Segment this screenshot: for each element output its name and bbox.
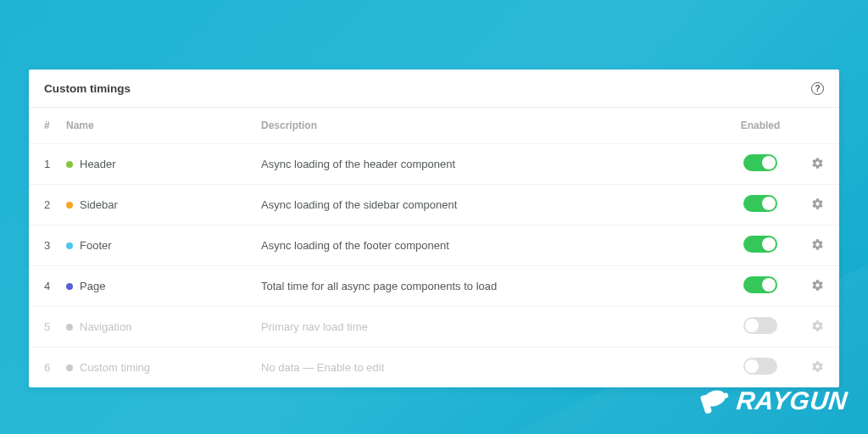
row-actions xyxy=(790,320,824,335)
row-index: 4 xyxy=(44,280,66,292)
row-index: 6 xyxy=(44,361,66,374)
enabled-toggle[interactable] xyxy=(743,317,777,334)
row-name: Navigation xyxy=(80,320,131,333)
gear-icon[interactable] xyxy=(811,157,824,170)
enabled-toggle[interactable] xyxy=(743,154,777,171)
enabled-toggle[interactable] xyxy=(743,236,777,253)
row-index: 5 xyxy=(44,320,66,333)
panel-title: Custom timings xyxy=(44,82,131,95)
col-header-index: # xyxy=(44,120,66,131)
gear-icon[interactable] xyxy=(811,320,824,332)
row-enabled-cell xyxy=(731,236,790,255)
row-name-cell: Navigation xyxy=(66,320,261,333)
col-header-name: Name xyxy=(66,120,261,131)
gear-icon[interactable] xyxy=(811,198,824,210)
row-enabled-cell xyxy=(731,276,790,296)
row-name-cell: Header xyxy=(66,158,261,170)
row-actions xyxy=(790,157,824,172)
row-actions xyxy=(790,238,824,253)
row-enabled-cell xyxy=(731,154,790,174)
status-dot-icon xyxy=(66,242,73,249)
row-description: Async loading of the footer component xyxy=(261,239,731,252)
row-name-cell: Custom timing xyxy=(66,361,261,374)
row-index: 3 xyxy=(44,239,66,252)
gear-icon[interactable] xyxy=(811,238,824,251)
table-row: 4PageTotal time for all async page compo… xyxy=(29,266,839,307)
column-headers: # Name Description Enabled xyxy=(29,108,839,144)
row-enabled-cell xyxy=(731,317,790,337)
row-index: 2 xyxy=(44,198,66,211)
status-dot-icon xyxy=(66,202,73,209)
row-enabled-cell xyxy=(731,358,790,377)
row-description: No data — Enable to edit xyxy=(261,361,731,374)
rows-container: 1HeaderAsync loading of the header compo… xyxy=(29,144,839,387)
row-actions xyxy=(790,360,824,376)
col-header-description: Description xyxy=(261,120,731,131)
row-name-cell: Sidebar xyxy=(66,198,261,211)
row-name: Custom timing xyxy=(80,361,150,374)
status-dot-icon xyxy=(66,283,73,290)
table-row: 2SidebarAsync loading of the sidebar com… xyxy=(29,185,839,225)
gear-icon[interactable] xyxy=(811,279,824,292)
row-name: Footer xyxy=(80,239,112,252)
enabled-toggle[interactable] xyxy=(743,195,777,212)
status-dot-icon xyxy=(66,161,73,168)
col-header-enabled: Enabled xyxy=(731,120,790,131)
row-name: Page xyxy=(80,280,105,292)
gear-icon[interactable] xyxy=(811,360,824,373)
table-row: 3FooterAsync loading of the footer compo… xyxy=(29,225,839,266)
status-dot-icon xyxy=(66,324,73,331)
enabled-toggle[interactable] xyxy=(743,358,777,375)
row-index: 1 xyxy=(44,158,66,170)
custom-timings-panel: Custom timings ? # Name Description Enab… xyxy=(29,70,839,387)
status-dot-icon xyxy=(66,364,73,371)
table-row: 1HeaderAsync loading of the header compo… xyxy=(29,144,839,185)
table-row: 5NavigationPrimary nav load time xyxy=(29,307,839,348)
row-enabled-cell xyxy=(731,195,790,214)
row-description: Async loading of the header component xyxy=(261,158,731,170)
row-name: Sidebar xyxy=(80,198,118,211)
row-name-cell: Footer xyxy=(66,239,261,252)
panel-header: Custom timings ? xyxy=(29,70,839,108)
brand-text: RAYGUN xyxy=(735,387,849,415)
help-icon[interactable]: ? xyxy=(811,82,824,95)
enabled-toggle[interactable] xyxy=(743,276,777,293)
row-description: Async loading of the sidebar component xyxy=(261,198,731,211)
raygun-icon xyxy=(696,381,735,420)
row-actions xyxy=(790,198,824,213)
row-name-cell: Page xyxy=(66,280,261,292)
row-actions xyxy=(790,279,824,294)
brand-logo: RAYGUN xyxy=(696,381,848,420)
row-description: Total time for all async page components… xyxy=(261,280,731,292)
row-name: Header xyxy=(80,158,116,170)
row-description: Primary nav load time xyxy=(261,320,731,333)
